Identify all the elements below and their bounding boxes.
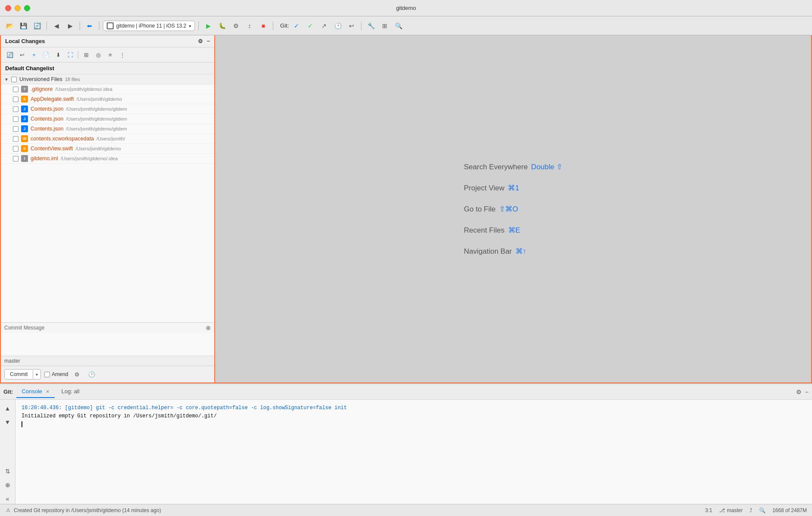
filter-icon[interactable]: ⇅ — [3, 466, 13, 476]
list-item[interactable]: I gitdemo.iml /Users/jsmith/gitdemo/.ide… — [1, 154, 214, 164]
device-selector-label: gitdemo | iPhone 11 | iOS 13.2 — [116, 23, 186, 29]
group-checkbox[interactable] — [11, 77, 17, 82]
minimize-panel-icon[interactable]: − — [207, 38, 210, 44]
commit-message-input[interactable] — [1, 333, 214, 354]
file-name: Contents.json — [31, 106, 63, 112]
revert-icon[interactable]: ↩ — [16, 49, 28, 60]
run-button[interactable]: ▶ — [202, 20, 214, 32]
file-checkbox[interactable] — [13, 136, 19, 142]
device-icon — [107, 22, 114, 29]
tab-console[interactable]: Console ✕ — [16, 385, 54, 398]
console-output: 16:20:40.436: [gitdemo] git -c credentia… — [15, 400, 812, 504]
separator-3 — [99, 22, 99, 30]
warning-icon: ⚠ — [5, 507, 11, 513]
expand-all-icon[interactable]: « — [3, 494, 13, 504]
right-panel: Search Everywhere Double ⇧ Project View … — [215, 35, 812, 383]
branch-info[interactable]: ⎇ master — [719, 507, 743, 513]
branch-name: master — [727, 507, 743, 513]
commit-arrow-button[interactable]: ▾ — [33, 370, 40, 379]
settings-icon[interactable]: 🔧 — [365, 20, 377, 32]
settings-icon[interactable]: ⚙ — [796, 389, 802, 395]
git-push-icon[interactable]: ✓ — [304, 20, 316, 32]
bottom-header: Git: Console ✕ Log: all ⚙ − — [0, 384, 812, 400]
file-icon: ? — [21, 86, 28, 93]
bottom-panel: Git: Console ✕ Log: all ⚙ − ▲ ▼ ⇅ ⊕ « 1 — [0, 383, 812, 504]
network-icon: ⤴ — [750, 507, 752, 513]
save-icon[interactable]: 💾 — [17, 20, 29, 32]
file-checkbox[interactable] — [13, 116, 19, 122]
expand-icon[interactable]: ⊕ — [206, 324, 211, 331]
git-update-icon[interactable]: ↗ — [318, 20, 330, 32]
sort-icon[interactable]: ≡ — [105, 49, 116, 60]
file-checkbox[interactable] — [13, 96, 19, 102]
separator — [78, 51, 78, 59]
unversioned-group[interactable]: ▼ Unversioned Files 18 files — [1, 75, 214, 84]
scroll-down-icon[interactable]: ▼ — [3, 417, 13, 427]
separator-2 — [80, 22, 80, 30]
git-revert-icon[interactable]: ↩ — [346, 20, 358, 32]
git-history-icon[interactable]: 🕐 — [332, 20, 344, 32]
open-folder-icon[interactable]: 📂 — [3, 20, 15, 32]
git-icon[interactable]: ⬅ — [83, 20, 96, 32]
layout-icon[interactable]: ⊞ — [379, 20, 391, 32]
shortcut-navbar: Navigation Bar ⌘↑ — [464, 247, 562, 256]
list-item[interactable]: J Contents.json /Users/jsmith/gitdemo/gi… — [1, 124, 214, 134]
close-button[interactable] — [5, 5, 11, 11]
maximize-button[interactable] — [24, 5, 30, 11]
search-icon[interactable]: 🔍 — [392, 20, 404, 32]
file-checkbox[interactable] — [13, 106, 19, 112]
panel-header: Local Changes ⚙ − — [1, 35, 214, 47]
commit-dropdown[interactable]: Commit ▾ — [4, 369, 41, 379]
scroll-up-icon[interactable]: ▲ — [3, 403, 13, 413]
forward-icon[interactable]: ▶ — [64, 20, 76, 32]
settings-icon[interactable]: ⚙ — [198, 38, 203, 44]
refresh-icon[interactable]: 🔄 — [4, 49, 15, 60]
shortcut-project: Project View ⌘1 — [464, 183, 562, 193]
profile-icon[interactable]: ↕ — [244, 20, 256, 32]
expand-icon[interactable]: ◎ — [93, 49, 104, 60]
filter-icon[interactable]: ⋮ — [117, 49, 128, 60]
tab-close-icon[interactable]: ✕ — [46, 389, 49, 394]
window-controls — [5, 5, 30, 11]
file-name: Contents.json — [31, 116, 63, 122]
commit-button[interactable]: Commit — [5, 370, 33, 379]
content-area: Local Changes ⚙ − 🔄 ↩ + 📄 ⬇ ⛶ ⊞ ◎ ≡ ⋮ — [0, 35, 812, 383]
commit-message-header: Commit Message ⊕ — [1, 323, 214, 333]
view-options-icon[interactable]: ⊞ — [80, 49, 92, 60]
pin-icon[interactable]: ⊕ — [3, 480, 13, 490]
git-commit-icon[interactable]: ✓ — [290, 20, 303, 32]
list-item[interactable]: S AppDelegate.swift /Users/jsmith/gitdem… — [1, 94, 214, 104]
file-checkbox[interactable] — [13, 146, 19, 152]
list-item[interactable]: ? .gitignore /Users/jsmith/gitdemo/.idea — [1, 84, 214, 94]
file-list: Default Changelist ▼ Unversioned Files 1… — [1, 62, 214, 322]
search-icon: 🔍 — [759, 507, 766, 513]
list-item[interactable]: W contents.xcworkspacedata /Users/jsmith… — [1, 134, 214, 144]
shortcut-goto: Go to File ⇧⌘O — [464, 205, 562, 214]
stop-icon[interactable]: ■ — [257, 20, 269, 32]
shelf-icon[interactable]: ⬇ — [52, 49, 64, 60]
unshelve-icon[interactable]: ⛶ — [65, 49, 76, 60]
debug-icon[interactable]: 🐛 — [216, 20, 228, 32]
statusbar: ⚠ Created Git repository in /Users/jsmit… — [0, 504, 812, 516]
file-checkbox[interactable] — [13, 156, 19, 162]
history-icon[interactable]: 🕐 — [86, 369, 97, 380]
status-message: Created Git repository in /Users/jsmith/… — [14, 507, 161, 513]
minimize-icon[interactable]: − — [805, 389, 809, 395]
back-icon[interactable]: ◀ — [50, 20, 62, 32]
minimize-button[interactable] — [15, 5, 21, 11]
list-item[interactable]: J Contents.json /Users/jsmith/gitdemo/gi… — [1, 114, 214, 124]
add-icon[interactable]: + — [28, 49, 40, 60]
list-item[interactable]: J Contents.json /Users/jsmith/gitdemo/gi… — [1, 104, 214, 114]
file-path: /Users/jsmith/gitdemo/gitdem — [66, 126, 127, 131]
sync-icon[interactable]: 🔄 — [31, 20, 43, 32]
tab-log-all[interactable]: Log: all — [56, 385, 85, 398]
file-icon: J — [21, 115, 28, 122]
file-checkbox[interactable] — [13, 126, 19, 132]
diff-icon[interactable]: 📄 — [40, 49, 52, 60]
device-selector[interactable]: gitdemo | iPhone 11 | iOS 13.2 — [103, 21, 195, 31]
amend-checkbox[interactable] — [44, 372, 50, 377]
list-item[interactable]: S ContentView.swift /Users/jsmith/gitdem… — [1, 144, 214, 154]
file-checkbox[interactable] — [13, 87, 19, 92]
coverage-icon[interactable]: ⚙ — [230, 20, 242, 32]
settings-icon[interactable]: ⚙ — [71, 369, 83, 380]
